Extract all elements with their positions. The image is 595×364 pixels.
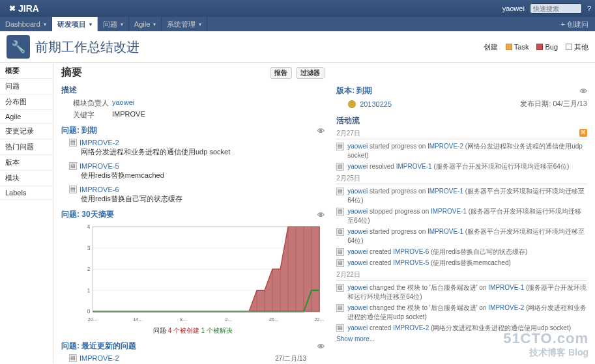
watch-icon[interactable]: 👁 — [317, 127, 325, 135]
activity-user[interactable]: yaowei — [347, 228, 368, 235]
issue-icon: ▤ — [69, 162, 77, 170]
30day-chart: 0123420…14…8…2…26…22… — [74, 223, 325, 324]
activity-issue-link[interactable]: IMPROVE-6 — [393, 248, 429, 255]
menu-item-0[interactable]: Dashboard — [0, 17, 52, 31]
issue-summary: 网络分发进程和业务进程的通信使用udp socket — [80, 362, 272, 363]
issue-link[interactable]: IMPROVE-5 — [80, 162, 119, 170]
activity-issue-link[interactable]: IMPROVE-5 — [393, 259, 429, 266]
filters-button[interactable]: 过滤器 — [296, 67, 325, 79]
activity-item: ▤yaowei created IMPROVE-2 (网络分发进程和业务进程的通… — [336, 324, 587, 333]
project-sidebar: 概要问题分布图Agile变更记录热门问题版本模块Labels — [0, 63, 53, 363]
activity-issue-link[interactable]: IMPROVE-1 — [428, 228, 463, 235]
svg-text:20…: 20… — [88, 317, 98, 322]
issue-summary: 使用redis替换自己写的状态缓存 — [69, 194, 325, 204]
create-action[interactable]: 创建 — [484, 42, 498, 52]
sidebar-item-4[interactable]: 变更记录 — [0, 124, 53, 139]
issue-summary: 网络分发进程和业务进程的通信使用udp socket — [69, 147, 325, 157]
reports-button[interactable]: 报告 — [270, 67, 292, 79]
activity-item: ▤yaowei started progress on IMPROVE-1 (服… — [336, 227, 587, 245]
issue-link[interactable]: IMPROVE-2 — [80, 354, 119, 362]
activity-issue-link[interactable]: IMPROVE-2 — [488, 304, 524, 311]
task-action[interactable]: Task — [506, 42, 529, 52]
activity-item: ▤yaowei changed the 模块 to '后台服务端改进' on I… — [336, 303, 587, 322]
activity-issue-link[interactable]: IMPROVE-2 — [428, 143, 463, 150]
activity-item: ▤yaowei started progress on IMPROVE-1 (服… — [336, 187, 587, 205]
help-icon[interactable]: ? — [587, 5, 591, 12]
issue-icon: ▤ — [336, 304, 344, 312]
other-icon — [566, 44, 572, 50]
issue-icon: ▤ — [336, 208, 344, 216]
activity-user[interactable]: yaowei — [347, 208, 368, 215]
sidebar-item-6[interactable]: 版本 — [0, 155, 53, 171]
top-bar: JIRA yaowei ? — [0, 0, 595, 17]
create-issue-button[interactable]: + 创建问 — [561, 17, 595, 31]
version-link[interactable]: 20130225 — [360, 100, 392, 108]
activity-date: 2月22日 — [336, 270, 587, 281]
issue-icon: ▤ — [336, 228, 344, 236]
summary-heading: 摘要 报告 过滤器 — [61, 66, 325, 79]
jira-logo[interactable]: JIRA — [4, 3, 44, 14]
activity-issue-link[interactable]: IMPROVE-1 — [488, 284, 524, 291]
svg-text:2…: 2… — [225, 317, 232, 322]
activity-user[interactable]: yaowei — [347, 248, 368, 255]
key-value: IMPROVE — [112, 110, 145, 120]
issue-icon: ▤ — [69, 139, 77, 147]
version-icon — [348, 100, 356, 108]
legend-resolved: 1 个被解决 — [201, 327, 233, 334]
activity-user[interactable]: yaowei — [347, 324, 368, 331]
svg-text:4: 4 — [87, 224, 91, 230]
menu-item-1[interactable]: 研发项目 — [52, 17, 98, 31]
issue-link[interactable]: IMPROVE-2 — [80, 139, 119, 147]
svg-text:26…: 26… — [269, 317, 279, 322]
issue-icon: ▤ — [336, 188, 344, 195]
project-title: 前期工作总结改进 — [35, 38, 139, 56]
activity-user[interactable]: yaowei — [347, 304, 368, 311]
activity-issue-link[interactable]: IMPROVE-2 — [393, 324, 429, 331]
activity-heading: 活动流 — [336, 115, 587, 126]
sidebar-item-7[interactable]: 模块 — [0, 171, 53, 186]
activity-issue-link[interactable]: IMPROVE-1 — [428, 188, 463, 195]
lead-label: 模块负责人 — [73, 98, 112, 108]
activity-user[interactable]: yaowei — [347, 143, 368, 150]
activity-date: 2月27日⌘ — [336, 129, 587, 139]
bug-action[interactable]: Bug — [536, 42, 558, 52]
activity-issue-link[interactable]: IMPROVE-1 — [431, 208, 467, 215]
due-issues-heading: 问题: 到期👁 — [61, 125, 325, 136]
menu-item-2[interactable]: 问题 — [98, 17, 129, 31]
issue-icon: ▤ — [336, 284, 344, 292]
sidebar-item-3[interactable]: Agile — [0, 110, 53, 124]
description-heading: 描述 — [61, 85, 325, 96]
lead-value[interactable]: yaowei — [112, 98, 134, 108]
issue-icon: ▤ — [69, 354, 77, 362]
quick-search-input[interactable] — [530, 3, 582, 14]
rss-icon[interactable]: ⌘ — [579, 129, 587, 137]
watch-icon[interactable]: 👁 — [580, 87, 587, 95]
svg-text:2: 2 — [87, 266, 91, 272]
sidebar-item-5[interactable]: 热门问题 — [0, 139, 53, 155]
issue-icon: ▤ — [336, 324, 344, 332]
watch-icon[interactable]: 👁 — [317, 211, 325, 219]
activity-item: ▤yaowei changed the 模块 to '后台服务端改进' on I… — [336, 283, 587, 301]
chart-heading: 问题: 30天摘要👁 — [61, 209, 325, 220]
project-header: 🔧 前期工作总结改进 创建 Task Bug 其他 — [0, 31, 595, 63]
activity-issue-link[interactable]: IMPROVE-1 — [396, 163, 432, 170]
sidebar-item-0[interactable]: 概要 — [0, 63, 53, 79]
current-user[interactable]: yaowei — [502, 5, 525, 12]
sidebar-item-2[interactable]: 分布图 — [0, 94, 53, 110]
sidebar-item-8[interactable]: Labels — [0, 186, 53, 200]
sidebar-item-1[interactable]: 问题 — [0, 79, 53, 94]
show-more-link[interactable]: Show more... — [336, 335, 375, 343]
activity-user[interactable]: yaowei — [347, 188, 368, 195]
issue-icon: ▤ — [336, 259, 344, 267]
watch-icon[interactable]: 👁 — [317, 343, 325, 350]
activity-user[interactable]: yaowei — [347, 284, 368, 291]
legend-created: 4 个被创建 — [168, 327, 199, 334]
activity-user[interactable]: yaowei — [347, 163, 368, 170]
menu-item-3[interactable]: Agile — [129, 17, 162, 31]
activity-user[interactable]: yaowei — [347, 259, 368, 266]
main-menu: Dashboard研发项目问题Agile系统管理 + 创建问 — [0, 17, 595, 31]
other-action[interactable]: 其他 — [566, 42, 588, 52]
issue-icon: ▤ — [69, 186, 77, 193]
issue-link[interactable]: IMPROVE-6 — [80, 186, 119, 193]
menu-item-4[interactable]: 系统管理 — [162, 17, 207, 31]
